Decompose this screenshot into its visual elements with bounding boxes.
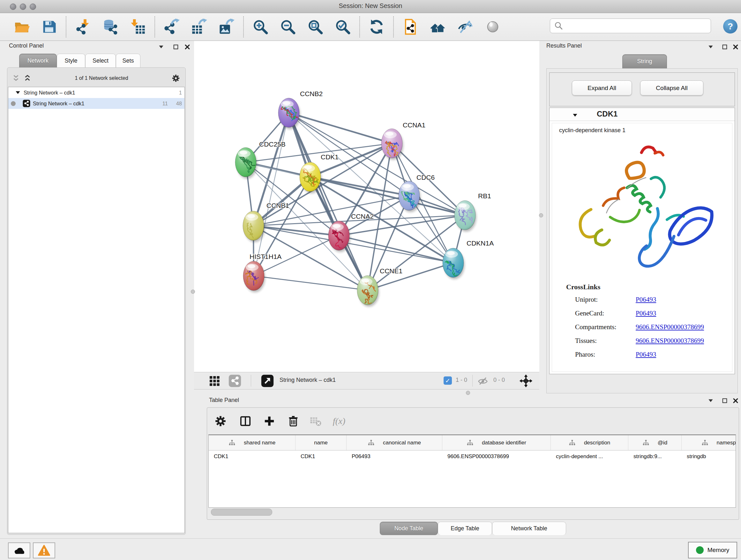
network-edge[interactable] — [254, 113, 289, 276]
gene-card-header[interactable]: CDK1 — [549, 108, 735, 121]
scrollbar-thumb[interactable] — [211, 509, 272, 516]
tab-style[interactable]: Style — [57, 54, 85, 68]
network-node-CCNB2[interactable] — [278, 98, 304, 129]
home-icon[interactable] — [429, 18, 446, 35]
table-panel-collapse-icon[interactable] — [707, 397, 714, 404]
open-session-icon[interactable] — [13, 18, 30, 35]
results-panel-close-icon[interactable] — [732, 44, 739, 51]
network-edges[interactable] — [246, 113, 465, 290]
crosslink-value-link[interactable]: 9606.ENSP00000378699 — [636, 323, 704, 331]
table-cell[interactable]: CDK1 — [295, 453, 347, 460]
column-header-canonical-name[interactable]: canonical name — [347, 435, 442, 450]
import-network-database-icon[interactable] — [102, 18, 119, 35]
tab-edge-table[interactable]: Edge Table — [438, 522, 492, 535]
network-node-CDC6[interactable] — [399, 181, 421, 212]
open-in-new-window-icon[interactable] — [261, 374, 274, 387]
network-node-CCNB1[interactable] — [243, 211, 265, 242]
warning-status-button[interactable] — [33, 543, 55, 558]
table-cell[interactable]: P06493 — [347, 453, 442, 460]
network-options-gear-icon[interactable] — [172, 74, 180, 83]
control-panel-close-icon[interactable] — [184, 44, 191, 51]
delete-column-icon[interactable] — [287, 415, 300, 428]
results-panel-collapse-icon[interactable] — [707, 44, 714, 51]
presentation-icon[interactable] — [484, 18, 501, 35]
expand-triangle-icon[interactable] — [15, 89, 21, 96]
vertical-splitter-handle[interactable] — [539, 213, 543, 217]
hide-graphics-icon[interactable] — [457, 18, 474, 35]
zoom-out-icon[interactable] — [280, 18, 296, 35]
tab-select[interactable]: Select — [85, 54, 116, 68]
results-panel-float-icon[interactable] — [721, 44, 728, 51]
crosslink-value-link[interactable]: P06493 — [636, 309, 656, 317]
import-network-file-icon[interactable] — [75, 18, 91, 35]
tab-node-table[interactable]: Node Table — [380, 522, 438, 535]
table-cell[interactable]: CDK1 — [209, 453, 295, 460]
export-image-icon[interactable] — [218, 18, 235, 35]
crosslink-value-link[interactable]: 9606.ENSP00000378699 — [636, 337, 704, 345]
memory-button[interactable]: Memory — [688, 542, 737, 558]
network-node-RB1[interactable] — [455, 200, 476, 232]
network-edge[interactable] — [367, 263, 453, 290]
column-header-namespace[interactable]: namespace — [682, 435, 736, 450]
column-header-name[interactable]: name — [295, 435, 347, 450]
tab-string[interactable]: String — [622, 54, 667, 68]
search-input[interactable] — [564, 22, 711, 30]
column-header-@id[interactable]: @id — [628, 435, 682, 450]
export-network-icon[interactable] — [163, 18, 180, 35]
network-node-HIST1H1A[interactable] — [243, 261, 265, 293]
vertical-splitter-handle[interactable] — [191, 290, 195, 294]
table-cell[interactable]: stringdb:9... — [628, 453, 682, 460]
control-panel-collapse-icon[interactable] — [158, 44, 165, 51]
export-table-icon[interactable] — [191, 18, 207, 35]
collapse-all-icon[interactable] — [12, 74, 20, 82]
zoom-in-icon[interactable] — [252, 18, 269, 35]
grid-view-icon[interactable] — [209, 375, 220, 387]
import-table-file-icon[interactable] — [130, 18, 146, 35]
collapse-all-button[interactable]: Collapse All — [640, 80, 703, 96]
table-panel-float-icon[interactable] — [721, 397, 728, 404]
network-tree-row[interactable]: String Network – cdk11148 — [8, 98, 185, 109]
crosslink-value-link[interactable]: P06493 — [636, 351, 656, 359]
network-edge[interactable] — [254, 276, 367, 290]
network-label: String Network – cdk1 — [33, 101, 84, 107]
tab-network[interactable]: Network — [19, 54, 57, 68]
zoom-selected-icon[interactable] — [334, 18, 351, 35]
help-button[interactable]: ? — [723, 19, 738, 34]
pan-mode-icon[interactable] — [519, 374, 533, 388]
add-column-icon[interactable] — [263, 415, 276, 428]
table-panel-close-icon[interactable] — [732, 397, 739, 404]
network-edge[interactable] — [339, 236, 453, 263]
network-tree-row[interactable]: String Network – cdk11 — [8, 87, 185, 98]
network-view-canvas[interactable]: CCNB2CCNA1CDC25BCDK1CDC6RB1CCNB1CCNA2CDK… — [194, 41, 539, 372]
table-cell[interactable]: 9606.ENSP00000378699 — [442, 453, 551, 460]
expand-all-button[interactable]: Expand All — [572, 80, 632, 96]
refresh-icon[interactable] — [368, 18, 385, 35]
tab-network-table[interactable]: Network Table — [492, 522, 566, 535]
save-session-icon[interactable] — [41, 18, 57, 35]
network-node-CCNE1[interactable] — [357, 275, 379, 307]
column-header-description[interactable]: description — [551, 435, 628, 450]
zoom-fit-icon[interactable] — [307, 18, 324, 35]
collapse-triangle-icon[interactable] — [572, 112, 578, 118]
horizontal-splitter-handle[interactable] — [466, 391, 470, 395]
network-node-CCNA2[interactable] — [328, 221, 350, 252]
control-panel-float-icon[interactable] — [172, 44, 179, 51]
table-row[interactable]: CDK1CDK1P064939606.ENSP00000378699cyclin… — [209, 450, 736, 462]
table-options-gear-icon[interactable] — [214, 415, 227, 428]
column-header-shared-name[interactable]: shared name — [209, 435, 295, 450]
network-edge[interactable] — [289, 113, 392, 143]
table-cell[interactable]: stringdb — [682, 453, 736, 460]
string-import-icon[interactable] — [402, 18, 419, 35]
selected-checkbox[interactable]: ✓ — [444, 376, 452, 385]
network-edge[interactable] — [310, 177, 465, 215]
crosslink-value-link[interactable]: P06493 — [636, 296, 656, 304]
tab-sets[interactable]: Sets — [116, 54, 140, 68]
column-header-database-identifier[interactable]: database identifier — [442, 435, 551, 450]
network-node-CDKN1A[interactable] — [443, 248, 465, 279]
network-edge[interactable] — [367, 196, 409, 290]
show-columns-icon[interactable] — [239, 415, 252, 428]
expand-all-icon[interactable] — [23, 74, 31, 82]
cloud-status-button[interactable] — [8, 543, 30, 558]
table-cell[interactable]: cyclin-dependent ... — [551, 453, 628, 460]
toolbar-divider — [154, 16, 155, 37]
